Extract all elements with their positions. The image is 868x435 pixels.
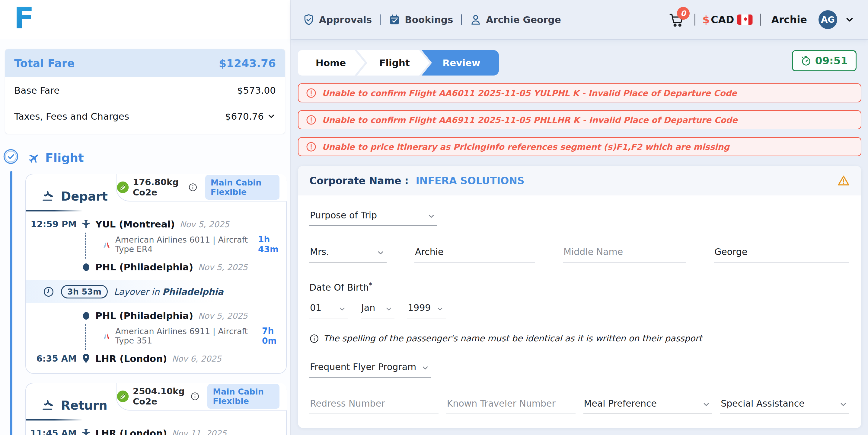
warning-triangle-icon xyxy=(837,174,850,187)
known-traveler-number-field[interactable]: Known Traveler Number xyxy=(446,397,576,414)
corporate-name-label: Corporate Name : xyxy=(309,175,409,187)
user-first-name: Archie xyxy=(771,14,807,26)
nav-approvals[interactable]: Approvals xyxy=(303,13,372,26)
station-row: 12:59 PM YUL (Montreal) Nov 5, 2025 xyxy=(26,219,286,230)
clock-icon xyxy=(43,286,54,297)
nav-traveler[interactable]: Archie George xyxy=(470,13,561,26)
person-icon xyxy=(470,13,482,26)
stop-dot-icon xyxy=(83,312,89,320)
check-circle-icon xyxy=(3,149,19,164)
depart-co2-value: 176.80kg Co2e xyxy=(133,177,185,198)
total-fare-value: $1243.76 xyxy=(219,57,276,69)
dob-year-select[interactable]: 1999 xyxy=(407,301,446,318)
error-text: Unable to confirm Flight AA6011 2025-11-… xyxy=(322,88,737,98)
step-flight[interactable]: Flight xyxy=(357,50,430,76)
chevron-down-icon xyxy=(338,305,346,313)
app-header: Approvals Bookings Archie George 0 xyxy=(291,0,868,39)
dob-selects-row: 01 Jan 1999 xyxy=(309,301,849,318)
origin-date: Nov 5, 2025 xyxy=(180,220,229,229)
taxes-value: $670.76 xyxy=(225,111,264,122)
trip-summary-panel: F Total Fare $1243.76 Base Fare $573.00 … xyxy=(0,0,291,435)
stop-dot-icon xyxy=(83,263,89,271)
header-divider xyxy=(694,13,695,26)
cart-button[interactable]: 0 xyxy=(669,12,684,28)
chevron-down-icon[interactable] xyxy=(267,112,276,121)
info-icon[interactable] xyxy=(188,183,197,192)
first-name-field[interactable]: Archie xyxy=(414,245,535,262)
purpose-of-trip-select[interactable]: Purpose of Trip xyxy=(309,209,437,226)
calendar-check-icon xyxy=(389,13,401,26)
step-review[interactable]: Review xyxy=(422,50,499,76)
station-row: PHL (Philadelphia) Nov 5, 2025 xyxy=(26,262,286,272)
corporate-name-value: INFERA SOLUTIONS xyxy=(416,175,525,187)
total-fare-row: Total Fare $1243.76 xyxy=(5,49,285,77)
arrival-airport: PHL (Philadelphia) xyxy=(95,262,193,272)
breadcrumb: Home Flight Review xyxy=(298,50,499,76)
meal-preference-select[interactable]: Meal Preference xyxy=(583,397,713,414)
depart-leg-1: 12:59 PM YUL (Montreal) Nov 5, 2025 Amer… xyxy=(26,219,286,272)
origin-date: Nov 11, 2025 xyxy=(172,429,227,435)
chevron-down-icon[interactable] xyxy=(844,14,855,25)
chevron-down-icon xyxy=(376,249,385,257)
avatar[interactable]: AG xyxy=(818,10,837,29)
brand-logo[interactable]: F xyxy=(14,2,290,33)
leaf-icon xyxy=(117,181,129,194)
arrival-time: 6:35 AM xyxy=(26,353,77,364)
depart-leg-2: PHL (Philadelphia) Nov 5, 2025 American … xyxy=(26,310,286,364)
fare-brand-badge[interactable]: Main Cabin Flexible xyxy=(205,175,279,200)
info-icon[interactable] xyxy=(190,392,199,401)
origin-airport: YUL (Montreal) xyxy=(95,219,175,230)
station-row: 11:45 AM LHR (London) Nov 11, 2025 xyxy=(26,428,286,435)
arrival-date: Nov 5, 2025 xyxy=(198,262,247,272)
step-home[interactable]: Home xyxy=(298,50,365,76)
alert-circle-icon xyxy=(306,88,317,98)
origin-date: Nov 5, 2025 xyxy=(198,311,247,320)
airline-info: American Airlines 6011 | Aircraft Type E… xyxy=(115,235,252,254)
chevron-down-icon xyxy=(421,364,430,372)
base-fare-value: $573.00 xyxy=(237,85,276,96)
session-timer: 09:51 xyxy=(792,50,857,71)
currency-selector[interactable]: $ CAD xyxy=(703,13,753,26)
currency-code: CAD xyxy=(711,14,734,26)
base-fare-label: Base Fare xyxy=(14,85,59,96)
taxes-row: Taxes, Fees and Charges $670.76 xyxy=(5,103,285,134)
fare-brand-badge[interactable]: Main Cabin Flexible xyxy=(207,384,279,409)
map-pin-icon xyxy=(82,353,91,364)
segment-duration: 7h 0m xyxy=(262,326,286,346)
station-row: 6:35 AM LHR (London) Nov 6, 2025 xyxy=(26,353,286,364)
origin-airport: PHL (Philadelphia) xyxy=(95,310,193,321)
error-text: Unable to confirm Flight AA6911 2025-11-… xyxy=(322,115,738,125)
layover-text: Layover in Philadelphia xyxy=(114,287,223,297)
chevron-down-icon xyxy=(702,400,710,409)
depart-flight-card: 176.80kg Co2e Main Cabin Flexible Depart… xyxy=(25,174,287,374)
nav-divider xyxy=(461,14,462,25)
chevron-down-icon xyxy=(385,305,393,313)
nav-bookings[interactable]: Bookings xyxy=(389,13,453,26)
special-assistance-select[interactable]: Special Assistance xyxy=(720,397,849,414)
error-alert: Unable to confirm Flight AA6911 2025-11-… xyxy=(298,110,861,129)
plane-marker-icon xyxy=(81,428,91,435)
airline-logo-icon xyxy=(102,240,111,249)
title-underline xyxy=(26,419,83,420)
name-fields-row: Mrs. Archie Middle Name George xyxy=(309,245,849,262)
header-divider xyxy=(760,13,761,26)
title-underline xyxy=(26,210,83,211)
arrival-date: Nov 6, 2025 xyxy=(172,354,221,364)
last-name-field[interactable]: George xyxy=(714,245,849,262)
title-select[interactable]: Mrs. xyxy=(309,245,386,262)
redress-number-field[interactable]: Redress Number xyxy=(309,397,438,414)
departure-time: 11:45 AM xyxy=(26,428,77,435)
dob-day-select[interactable]: 01 xyxy=(309,301,348,318)
corporate-name-row: Corporate Name : INFERA SOLUTIONS xyxy=(309,175,525,187)
main-panel: Approvals Bookings Archie George 0 xyxy=(291,0,868,435)
passport-note: The spelling of the passenger's name mus… xyxy=(309,334,849,344)
alert-circle-icon xyxy=(306,141,317,152)
frequent-flyer-select[interactable]: Frequent Flyer Program xyxy=(309,360,431,378)
nav-divider xyxy=(380,14,380,25)
arrival-airport: LHR (London) xyxy=(95,353,167,364)
plane-landing-icon xyxy=(42,399,56,412)
alert-circle-icon xyxy=(306,115,317,125)
dob-month-select[interactable]: Jan xyxy=(361,301,395,318)
middle-name-field[interactable]: Middle Name xyxy=(563,245,686,262)
timer-value: 09:51 xyxy=(815,55,848,67)
